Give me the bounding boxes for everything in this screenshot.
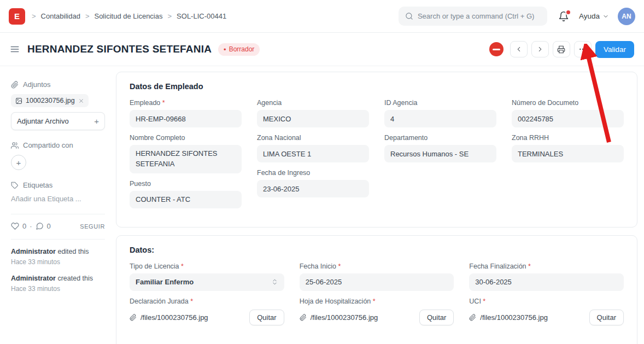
breadcrumb-item-solicitud-licencias[interactable]: Solicitud de Licencias [94, 12, 162, 20]
field-label: Hoja de Hospitalización [300, 298, 454, 305]
fecha-inicio-input[interactable]: 25-06-2025 [300, 273, 454, 291]
field-label: Puesto [130, 180, 242, 188]
attach-file-button[interactable]: Adjuntar Archivo [11, 112, 105, 130]
declaracion-jurada-remove-button[interactable]: Quitar [249, 310, 284, 325]
uci-file-link[interactable]: /files/1000230756.jpg [469, 313, 548, 322]
field-label: Número de Documeto [512, 99, 624, 107]
user-avatar[interactable]: AN [618, 8, 635, 25]
attachments-section: Adjuntos 1000230756.jpg Adjuntar Archivo [11, 80, 105, 130]
prev-document-button[interactable] [510, 41, 528, 57]
hoja-hospitalizacion-remove-button[interactable]: Quitar [419, 310, 454, 325]
page-header: HERNANDEZ SIFONTES SETEFANIA Borrador Va… [0, 33, 644, 66]
heart-icon[interactable] [11, 222, 19, 230]
breadcrumb-item-document[interactable]: SOL-LIC-00441 [177, 12, 226, 20]
uci-file-row: /files/1000230756.jpg Quitar [469, 308, 624, 326]
chevron-left-icon [515, 45, 523, 53]
numero-documento-input[interactable]: 002245785 [512, 110, 624, 127]
file-path: /files/1000230756.jpg [480, 313, 548, 322]
field-departamento: Departamento Recursos Humanos - SE [384, 134, 496, 162]
activity-user: Administrator [11, 275, 56, 282]
users-icon [11, 142, 19, 149]
field-numero-documento: Número de Documeto 002245785 [512, 99, 624, 127]
field-label: Nombre Completo [130, 134, 242, 142]
employee-data-section: Datos de Empleado Empleado HR-EMP-09668 … [116, 72, 637, 228]
field-fecha-finalizacion: Fecha Finalización 30-06-2025 [469, 263, 624, 291]
tag-input-wrap [11, 195, 105, 203]
activity-action: edited this [57, 248, 89, 255]
image-file-icon [15, 97, 22, 104]
zona-nacional-input[interactable]: LIMA OESTE 1 [257, 145, 369, 162]
nombre-completo-input[interactable]: HERNANDEZ SIFONTES SETEFANIA [130, 145, 242, 173]
chevron-down-icon [602, 13, 609, 20]
field-nombre-completo: Nombre Completo HERNANDEZ SIFONTES SETEF… [130, 134, 242, 173]
sidebar-divider [11, 214, 105, 214]
field-column: ID Agencia 4 Departamento Recursos Human… [384, 99, 496, 215]
sidebar-toggle-button[interactable] [10, 44, 20, 54]
agencia-input[interactable]: MEXICO [257, 110, 369, 127]
hoja-hospitalizacion-file-link[interactable]: /files/1000230756.jpg [300, 313, 378, 322]
help-label: Ayuda [579, 12, 600, 20]
paperclip-icon [300, 314, 307, 321]
attach-file-label: Adjuntar Archivo [17, 117, 69, 125]
departamento-input[interactable]: Recursos Humanos - SE [384, 145, 496, 162]
like-count: 0 [22, 222, 26, 230]
printer-icon [557, 45, 565, 54]
form-body: Datos de Empleado Empleado HR-EMP-09668 … [116, 66, 644, 344]
more-menu-button[interactable] [574, 41, 592, 57]
activity-time: Hace 33 minutos [11, 284, 105, 293]
breadcrumb-separator [85, 12, 90, 20]
license-data-section: Datos: Tipo de Licencia Familiar Enfermo [116, 235, 637, 344]
field-label: Fecha Finalización [469, 263, 624, 270]
plus-icon [94, 116, 99, 126]
app-logo[interactable]: E [9, 8, 25, 25]
tags-label: Etiquetas [23, 181, 52, 189]
tags-section: Etiquetas [11, 181, 105, 203]
field-id-agencia: ID Agencia 4 [384, 99, 496, 127]
search-icon [405, 12, 413, 20]
zona-rrhh-input[interactable]: TERMINALES [512, 145, 624, 162]
file-path: /files/1000230756.jpg [140, 313, 208, 322]
paperclip-icon [469, 314, 476, 321]
notifications-button[interactable] [558, 11, 569, 22]
tipo-licencia-select[interactable]: Familiar Enfermo [130, 273, 284, 291]
tag-icon [11, 182, 19, 189]
print-button[interactable] [553, 41, 570, 57]
attachment-file-name[interactable]: 1000230756.jpg [26, 97, 75, 104]
license-fields-grid: Tipo de Licencia Familiar Enfermo Declar… [130, 263, 624, 333]
declaracion-jurada-file-link[interactable]: /files/1000230756.jpg [130, 313, 208, 322]
field-label: Fecha Inicio [300, 263, 454, 270]
fecha-ingreso-input[interactable]: 23-06-2025 [257, 180, 369, 197]
uci-remove-button[interactable]: Quitar [589, 310, 624, 325]
activity-user: Administrator [11, 248, 56, 255]
id-agencia-input[interactable]: 4 [384, 110, 496, 127]
remove-attachment-button[interactable] [78, 98, 84, 104]
search-input[interactable] [418, 12, 541, 20]
breadcrumb-item-contabilidad[interactable]: Contabilidad [41, 12, 80, 20]
add-tag-input[interactable] [11, 195, 105, 203]
validate-button[interactable]: Validar [595, 41, 634, 58]
paperclip-icon [11, 81, 19, 89]
fecha-finalizacion-input[interactable]: 30-06-2025 [469, 273, 624, 291]
add-share-button[interactable] [11, 155, 26, 170]
field-agencia: Agencia MEXICO [257, 99, 369, 127]
paperclip-icon [130, 314, 137, 321]
field-label: Departamento [384, 134, 496, 142]
puesto-input[interactable]: COUNTER - ATC [130, 191, 242, 208]
empleado-input[interactable]: HR-EMP-09668 [130, 110, 242, 127]
content-area: Adjuntos 1000230756.jpg Adjuntar Archivo… [0, 66, 644, 344]
field-column: Número de Documeto 002245785 Zona RRHH T… [512, 99, 624, 215]
comment-icon[interactable] [36, 222, 44, 230]
field-label: Zona RRHH [512, 134, 624, 142]
help-menu[interactable]: Ayuda [579, 12, 609, 20]
ellipsis-icon [578, 45, 587, 54]
assignment-indicator-icon[interactable] [489, 42, 504, 56]
attachment-item[interactable]: 1000230756.jpg [11, 94, 89, 107]
reactions-row: 0 0 SEGUIR [11, 222, 105, 230]
global-search[interactable] [399, 7, 547, 26]
field-label: Agencia [257, 99, 369, 107]
field-zona-rrhh: Zona RRHH TERMINALES [512, 134, 624, 162]
follow-button[interactable]: SEGUIR [80, 223, 105, 230]
field-column: Tipo de Licencia Familiar Enfermo Declar… [130, 263, 284, 333]
field-label: Fecha de Ingreso [257, 169, 369, 177]
next-document-button[interactable] [531, 41, 549, 57]
